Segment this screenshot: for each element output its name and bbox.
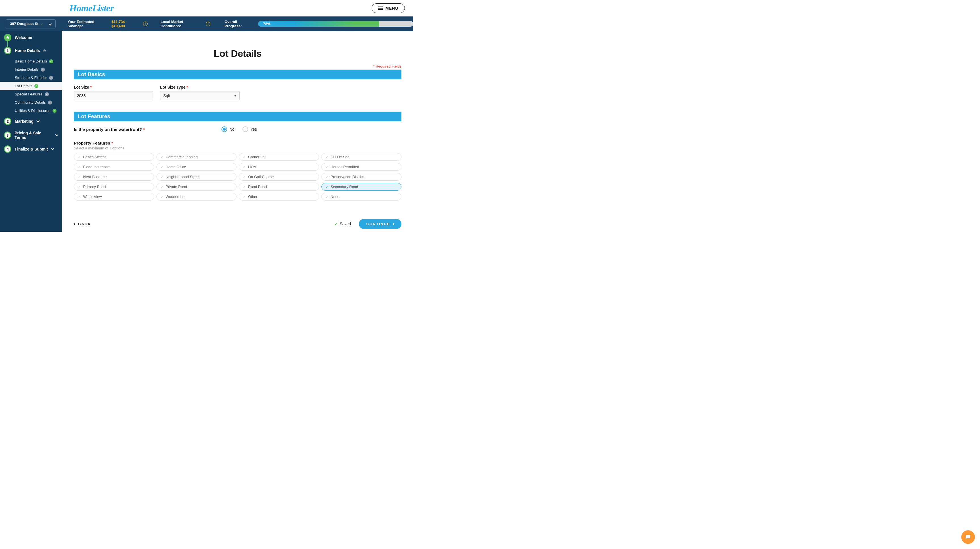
check-icon: ✓ [326,155,328,159]
waterfront-question: Is the property on the waterfront? * [74,127,221,132]
sidebar-sub-item[interactable]: Community Details✓ [0,98,62,107]
savings-value: $11,734 - $19,400 [111,19,141,28]
step-badge: 4 [4,145,11,153]
sidebar-sub-label: Lot Details [15,84,32,88]
radio-row-waterfront: Is the property on the waterfront? * No … [74,126,401,132]
check-icon: ✓ [78,195,81,199]
radio-yes[interactable]: Yes [242,126,257,132]
feature-chip[interactable]: ✓Secondary Road [321,183,402,191]
check-icon: ✓ [161,195,164,199]
field-lot-size: Lot Size * [74,85,153,100]
check-icon: ✓ [161,155,164,159]
step-badge: 2 [4,118,11,125]
radio-no[interactable]: No [221,126,234,132]
back-button[interactable]: BACK [74,222,91,226]
sidebar-item-finalize[interactable]: 4 Finalize & Submit [0,142,62,156]
menu-button[interactable]: MENU [372,3,405,13]
feature-chip[interactable]: ✓Flood Insurance [74,163,154,171]
select-value: Sqft [163,93,170,98]
feature-chip[interactable]: ✓Cul De Sac [321,153,402,161]
info-icon[interactable]: i [206,22,210,26]
feature-chip[interactable]: ✓Home Office [156,163,237,171]
check-pending-icon: ✓ [45,92,49,96]
check-icon: ✓ [161,175,164,179]
sidebar-item-pricing[interactable]: 3 Pricing & Sale Terms [0,128,62,142]
sidebar-label: Marketing [15,119,33,124]
footer: BACK ✓ Saved CONTINUE [62,216,414,232]
feature-label: Flood Insurance [83,165,110,169]
check-icon: ✓ [326,195,328,199]
info-icon[interactable]: i [143,22,148,26]
check-complete-icon: ✓ [49,59,53,63]
menu-label: MENU [385,6,398,11]
feature-chip[interactable]: ✓Wooded Lot [156,193,237,201]
sidebar-sub-item[interactable]: Lot Details✓ [0,82,62,90]
check-icon: ✓ [243,195,246,199]
required-fields-note: * Required Fields [62,64,401,69]
sidebar-sub-item[interactable]: Structure & Exterior✓ [0,73,62,82]
sidebar-label: Welcome [15,35,32,40]
feature-label: Home Office [166,165,186,169]
chevron-right-icon [392,223,395,225]
progress-bar: 78% [258,21,414,27]
sidebar-sub-label: Special Features [15,92,43,96]
local-market-label: Local Market Conditions: [161,19,204,28]
feature-chip[interactable]: ✓Water View [74,193,154,201]
feature-chip[interactable]: ✓Beach Access [74,153,154,161]
feature-label: Secondary Road [331,185,358,189]
footer-right: ✓ Saved CONTINUE [334,219,401,229]
sidebar-item-home-details[interactable]: 1 Home Details [0,44,62,57]
lot-size-input[interactable] [74,91,153,100]
property-features-subtitle: Select a maximum of 7 options [74,146,401,150]
feature-chip[interactable]: ✓Rural Road [239,183,319,191]
radio-label: No [229,127,234,131]
check-complete-icon: ✓ [52,109,57,113]
main-content: Lot Details * Required Fields Lot Basics… [62,31,414,232]
feature-chip[interactable]: ✓Commercial Zoning [156,153,237,161]
sidebar-item-welcome[interactable]: Welcome [0,31,62,44]
feature-label: Primary Road [83,185,106,189]
feature-chip[interactable]: ✓On Golf Course [239,173,319,180]
chevron-down-icon [49,22,52,25]
property-features-grid: ✓Beach Access✓Commercial Zoning✓Corner L… [74,153,401,201]
feature-chip[interactable]: ✓Preservation District [321,173,402,180]
sidebar-sub-label: Structure & Exterior [15,75,47,80]
feature-chip[interactable]: ✓Primary Road [74,183,154,191]
check-icon: ✓ [243,155,246,159]
lot-size-type-select[interactable]: Sqft [160,91,240,100]
check-icon: ✓ [326,185,328,189]
lot-size-label: Lot Size * [74,85,153,89]
feature-chip[interactable]: ✓Corner Lot [239,153,319,161]
check-icon: ✓ [326,175,328,179]
chevron-down-icon [51,147,54,150]
feature-chip[interactable]: ✓Horses Permitted [321,163,402,171]
feature-chip[interactable]: ✓None [321,193,402,201]
radio-label: Yes [250,127,257,131]
sidebar-item-marketing[interactable]: 2 Marketing [0,115,62,128]
feature-label: Other [248,195,258,199]
feature-label: Rural Road [248,185,267,189]
address-text: 397 Douglass St ... [10,22,43,26]
feature-chip[interactable]: ✓Near Bus Line [74,173,154,180]
check-pending-icon: ✓ [48,101,52,105]
saved-indicator: ✓ Saved [334,222,351,226]
feature-chip[interactable]: ✓Other [239,193,319,201]
sidebar-sub-item[interactable]: Interior Details✓ [0,65,62,73]
sidebar-sub-item[interactable]: Utilities & Disclosures✓ [0,107,62,115]
sidebar-sub-item[interactable]: Special Features✓ [0,90,62,98]
progress-label: Overall Progress: [224,19,255,28]
feature-chip[interactable]: ✓HOA [239,163,319,171]
savings-label: Your Estimated Savings: [68,19,110,28]
logo[interactable]: HomeLister [69,3,113,14]
sidebar-sub-item[interactable]: Basic Home Details✓ [0,57,62,65]
section-header-basics: Lot Basics [74,70,401,79]
check-icon: ✓ [161,165,164,169]
address-selector[interactable]: 397 Douglass St ... [6,19,56,29]
sidebar-sub-label: Basic Home Details [15,59,47,63]
continue-label: CONTINUE [366,222,390,226]
continue-button[interactable]: CONTINUE [359,219,401,229]
feature-chip[interactable]: ✓Private Road [156,183,237,191]
check-icon: ✓ [243,185,246,189]
feature-chip[interactable]: ✓Neighborhood Street [156,173,237,180]
check-icon: ✓ [243,165,246,169]
